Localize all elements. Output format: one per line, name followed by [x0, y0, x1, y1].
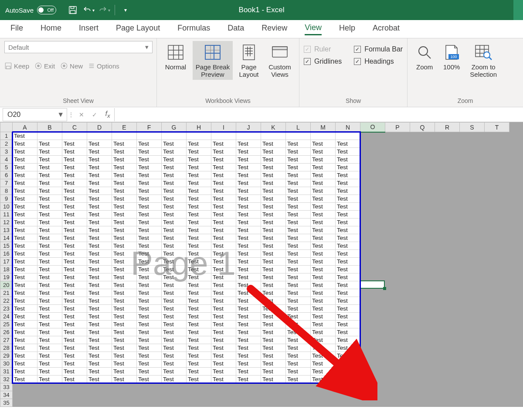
cell[interactable]: Test [13, 171, 37, 179]
cell[interactable]: Test [87, 258, 112, 266]
row-header-35[interactable]: 35 [0, 399, 13, 407]
cell[interactable] [435, 273, 460, 281]
cell[interactable] [485, 321, 509, 328]
cell[interactable]: Test [311, 313, 336, 321]
exit-button[interactable]: Exit [34, 62, 55, 70]
cell[interactable]: Test [87, 203, 112, 211]
row-header-6[interactable]: 6 [0, 171, 13, 179]
cell[interactable] [385, 360, 410, 368]
cell[interactable]: Test [311, 368, 336, 376]
cell[interactable] [410, 352, 435, 360]
cell[interactable] [410, 148, 435, 156]
fill-handle[interactable] [383, 287, 386, 290]
cell[interactable]: Test [162, 297, 187, 305]
cell[interactable] [137, 132, 162, 140]
col-header-C[interactable]: C [62, 123, 87, 132]
row-header-29[interactable]: 29 [0, 352, 13, 360]
cell[interactable]: Test [336, 179, 360, 187]
cell[interactable]: Test [87, 273, 112, 281]
cell[interactable]: Test [112, 242, 137, 250]
cell[interactable]: Test [137, 328, 162, 336]
cell[interactable] [37, 383, 62, 391]
row-header-10[interactable]: 10 [0, 203, 13, 211]
cell[interactable]: Test [37, 250, 62, 258]
cell[interactable] [336, 399, 360, 407]
cell[interactable]: Test [137, 313, 162, 321]
cell[interactable]: Test [13, 289, 37, 297]
formula-input[interactable] [114, 108, 520, 121]
cell[interactable] [336, 132, 360, 140]
cell[interactable]: Test [261, 211, 286, 219]
cell[interactable] [360, 399, 385, 407]
row-header-2[interactable]: 2 [0, 140, 13, 148]
cell[interactable] [460, 258, 485, 266]
cell[interactable] [236, 132, 261, 140]
cell[interactable]: Test [311, 297, 336, 305]
cell[interactable] [410, 203, 435, 211]
cell[interactable] [385, 171, 410, 179]
cell[interactable]: Test [187, 148, 211, 156]
cell[interactable]: Test [137, 273, 162, 281]
cell[interactable]: Test [87, 250, 112, 258]
cell[interactable] [360, 305, 385, 313]
cell[interactable]: Test [162, 187, 187, 195]
page-border-bottom[interactable] [12, 382, 361, 384]
cell[interactable] [410, 211, 435, 219]
cell[interactable]: Test [286, 344, 311, 352]
cell[interactable]: Test [187, 368, 211, 376]
cell[interactable] [37, 132, 62, 140]
cell[interactable]: Test [162, 171, 187, 179]
cell[interactable] [435, 219, 460, 226]
cell[interactable]: Test [137, 376, 162, 383]
cell[interactable]: Test [336, 313, 360, 321]
cell[interactable]: Test [62, 156, 87, 164]
cell[interactable] [410, 328, 435, 336]
cell[interactable]: Test [137, 281, 162, 289]
tab-view[interactable]: View [305, 23, 322, 35]
cell[interactable] [485, 258, 509, 266]
cell[interactable]: Test [311, 250, 336, 258]
cell[interactable]: Test [137, 203, 162, 211]
cell[interactable]: Test [236, 281, 261, 289]
row-header-28[interactable]: 28 [0, 344, 13, 352]
col-header-S[interactable]: S [460, 123, 485, 132]
cell[interactable]: Test [37, 289, 62, 297]
cell[interactable] [485, 156, 509, 164]
cell[interactable]: Test [162, 179, 187, 187]
cell[interactable]: Test [87, 234, 112, 242]
cell[interactable]: Test [187, 226, 211, 234]
cell[interactable] [435, 258, 460, 266]
cell[interactable]: Test [311, 242, 336, 250]
cell[interactable]: Test [87, 336, 112, 344]
cell[interactable]: Test [87, 242, 112, 250]
cell[interactable] [435, 289, 460, 297]
cell[interactable]: Test [112, 305, 137, 313]
cell[interactable]: Test [336, 242, 360, 250]
cell[interactable]: Test [261, 187, 286, 195]
col-header-L[interactable]: L [286, 123, 311, 132]
cell[interactable]: Test [162, 148, 187, 156]
cell[interactable] [485, 148, 509, 156]
row-header-26[interactable]: 26 [0, 328, 13, 336]
cell[interactable]: Test [137, 179, 162, 187]
cell[interactable]: Test [162, 156, 187, 164]
cell[interactable]: Test [187, 376, 211, 383]
cell[interactable] [485, 219, 509, 226]
cell[interactable]: Test [137, 187, 162, 195]
cell[interactable]: Test [87, 211, 112, 219]
cell[interactable] [385, 187, 410, 195]
cell[interactable] [360, 226, 385, 234]
cell[interactable] [410, 313, 435, 321]
cell[interactable]: Test [62, 219, 87, 226]
cell[interactable]: Test [311, 187, 336, 195]
cell[interactable] [385, 250, 410, 258]
cell[interactable] [360, 171, 385, 179]
cell[interactable]: Test [261, 313, 286, 321]
cell[interactable]: Test [37, 281, 62, 289]
cell[interactable]: Test [261, 360, 286, 368]
cell[interactable]: Test [261, 140, 286, 148]
cell[interactable]: Test [236, 250, 261, 258]
undo-dropdown-icon[interactable]: ▾ [92, 8, 95, 13]
cell[interactable]: Test [336, 164, 360, 171]
row-header-22[interactable]: 22 [0, 297, 13, 305]
